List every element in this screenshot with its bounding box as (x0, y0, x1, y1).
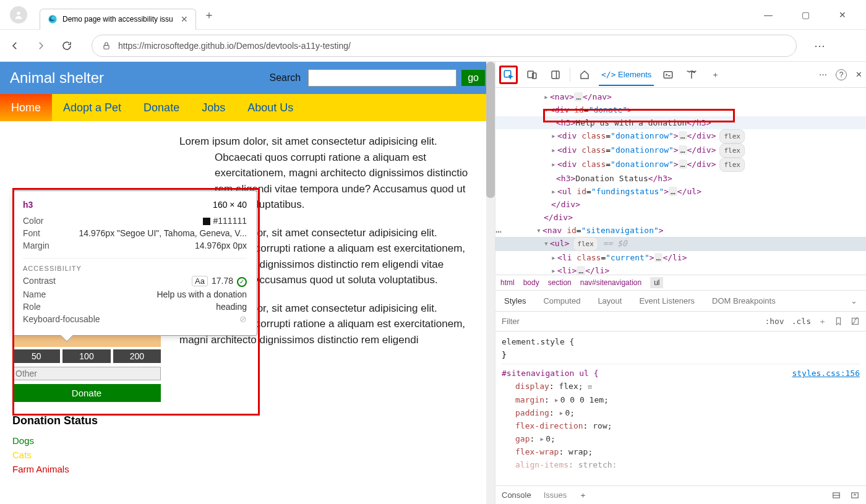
new-tab-button[interactable]: ＋ (204, 7, 215, 22)
search-label: Search (270, 72, 301, 83)
more-styles-tabs-icon[interactable]: ⌄ (851, 296, 857, 305)
forward-button[interactable] (33, 40, 48, 51)
add-drawer-tab[interactable]: ＋ (579, 490, 587, 501)
window-titlebar: Demo page with accessibility issu ✕ ＋ — … (0, 0, 866, 30)
browser-toolbar: https://microsoftedge.github.io/Demos/de… (0, 30, 866, 62)
check-icon: ✓ (237, 277, 247, 287)
drawer-collapse-icon[interactable] (850, 491, 860, 500)
close-window-button[interactable]: ✕ (831, 10, 854, 20)
amount-200[interactable]: 200 (113, 349, 161, 363)
page-title: Animal shelter (10, 69, 270, 87)
status-heading: Donation Status (12, 414, 161, 427)
amount-100[interactable]: 100 (62, 349, 110, 363)
other-amount-input[interactable] (12, 367, 161, 380)
nav-home[interactable]: Home (0, 94, 52, 121)
svg-point-0 (17, 11, 20, 14)
hov-toggle[interactable]: :hov (765, 317, 784, 326)
tooltip-dimensions: 160 × 40 (213, 200, 247, 210)
nav-donate[interactable]: Donate (132, 94, 191, 121)
sources-tab-button[interactable] (682, 66, 701, 84)
amount-50[interactable]: 50 (12, 349, 60, 363)
dock-button[interactable] (546, 66, 565, 84)
svg-rect-14 (852, 492, 859, 497)
page-viewport: Animal shelter Search go Home Adopt a Pe… (0, 62, 495, 504)
donate-button[interactable]: Donate (12, 384, 161, 402)
search-input[interactable] (308, 69, 457, 87)
address-bar[interactable]: https://microsoftedge.github.io/Demos/de… (92, 35, 797, 57)
drawer-layout-icon[interactable] (831, 491, 841, 500)
styles-filter-input[interactable] (502, 317, 757, 326)
nav-about[interactable]: About Us (236, 94, 304, 121)
prohibit-icon: ⊘ (239, 314, 247, 324)
close-devtools-button[interactable]: ✕ (855, 70, 862, 79)
lock-icon (102, 41, 111, 50)
console-tab-button[interactable] (659, 66, 677, 84)
edge-icon (48, 14, 58, 24)
browser-tab[interactable]: Demo page with accessibility issu ✕ (40, 9, 196, 30)
status-cats: Cats (12, 448, 161, 462)
styles-pane[interactable]: element.style { } #sitenavigation ul {st… (495, 331, 866, 485)
styles-controls: :hov .cls ＋ (495, 312, 866, 331)
styles-tabs: Styles Computed Layout Event Listeners D… (495, 291, 866, 312)
status-farm: Farm Animals (12, 462, 161, 476)
bookmark-icon[interactable] (834, 317, 843, 326)
css-source-link[interactable]: styles.css:156 (792, 367, 860, 380)
svg-rect-6 (552, 71, 559, 79)
dom-breadcrumb[interactable]: html body section nav#sitenavigation ul (495, 275, 866, 291)
browser-menu-button[interactable]: ⋯ (814, 39, 826, 53)
nav-adopt[interactable]: Adopt a Pet (52, 94, 132, 121)
computed-tab[interactable]: Computed (543, 296, 580, 305)
inspect-tooltip: h3 160 × 40 Color#111111 Font14.976px "S… (12, 190, 257, 336)
expand-icon[interactable] (851, 317, 860, 326)
tab-title: Demo page with accessibility issu (62, 15, 173, 23)
svg-point-10 (694, 71, 695, 72)
devtools-drawer: Console Issues ＋ (495, 485, 866, 504)
page-scrollbar[interactable] (486, 62, 495, 504)
svg-rect-2 (104, 45, 109, 49)
more-tabs-button[interactable]: ＋ (706, 66, 724, 84)
page-header: Animal shelter Search go (0, 62, 495, 94)
layout-tab[interactable]: Layout (598, 296, 622, 305)
issues-drawer-tab[interactable]: Issues (544, 490, 567, 500)
devtools-toolbar: </> Elements ＋ ⋯ ? ✕ (495, 62, 866, 88)
devtools-panel: </> Elements ＋ ⋯ ? ✕ ▸<nav>…</nav> ▾<div… (495, 62, 866, 504)
event-listeners-tab[interactable]: Event Listeners (639, 296, 695, 305)
svg-rect-8 (664, 71, 673, 78)
dom-breakpoints-tab[interactable]: DOM Breakpoints (712, 296, 776, 305)
minimize-button[interactable]: — (757, 10, 779, 20)
tooltip-tag: h3 (23, 200, 33, 210)
go-button[interactable]: go (461, 70, 485, 86)
tab-close-icon[interactable]: ✕ (181, 14, 188, 24)
url-text: https://microsoftedge.github.io/Demos/de… (118, 41, 351, 51)
inspect-element-button[interactable] (499, 66, 518, 84)
new-style-rule-icon[interactable]: ＋ (818, 316, 826, 327)
svg-point-9 (692, 71, 693, 72)
elements-tab[interactable]: </> Elements (599, 64, 654, 86)
status-list: Dogs Cats Farm Animals (12, 434, 161, 476)
status-dogs: Dogs (12, 434, 161, 448)
cls-toggle[interactable]: .cls (792, 317, 811, 326)
profile-avatar[interactable] (10, 6, 27, 23)
refresh-button[interactable] (59, 40, 74, 51)
help-button[interactable]: ? (836, 69, 847, 80)
welcome-tab-button[interactable] (575, 66, 594, 84)
console-drawer-tab[interactable]: Console (502, 490, 531, 500)
page-nav: Home Adopt a Pet Donate Jobs About Us (0, 94, 495, 121)
nav-jobs[interactable]: Jobs (191, 94, 236, 121)
dom-tree[interactable]: ▸<nav>…</nav> ▾<div id="donate"> <h3>Hel… (495, 88, 866, 275)
device-toolbar-button[interactable] (523, 66, 541, 84)
back-button[interactable] (7, 40, 22, 51)
maximize-button[interactable]: ▢ (794, 10, 817, 20)
styles-tab[interactable]: Styles (504, 296, 526, 305)
devtools-more-button[interactable]: ⋯ (819, 70, 827, 79)
